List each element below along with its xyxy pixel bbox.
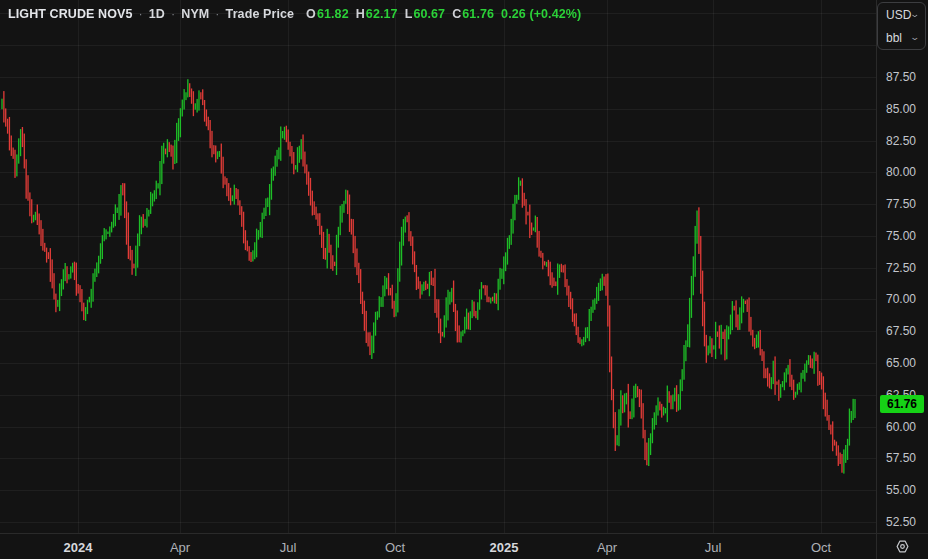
price-tick-label: 55.00 bbox=[886, 483, 916, 497]
settings-gear-icon bbox=[894, 538, 911, 555]
trading-chart-window: LIGHT CRUDE NOV5 · 1D · NYM · Trade Pric… bbox=[0, 0, 928, 559]
chevron-down-icon: ⌄ bbox=[910, 10, 921, 19]
low-value: 60.67 bbox=[413, 7, 445, 21]
price-tick-label: 67.50 bbox=[886, 324, 916, 338]
price-tick-label: 70.00 bbox=[886, 292, 916, 306]
close-label: C bbox=[452, 7, 461, 21]
unit-selector-box: USD ⌄ bbl ⌄ bbox=[877, 2, 926, 50]
price-tick-label: 52.50 bbox=[886, 515, 916, 529]
exchange-label: NYM bbox=[181, 7, 209, 21]
price-axis[interactable]: 61.76 87.5085.0082.5080.0077.5075.0072.5… bbox=[876, 0, 928, 533]
high-label: H bbox=[356, 7, 365, 21]
time-tick-label: 2024 bbox=[64, 539, 93, 554]
price-tick-label: 87.50 bbox=[886, 70, 916, 84]
unit-dropdown[interactable]: bbl ⌄ bbox=[878, 26, 925, 49]
high-value: 62.17 bbox=[366, 7, 398, 21]
last-price-badge: 61.76 bbox=[880, 395, 924, 413]
price-tick-label: 75.00 bbox=[886, 229, 916, 243]
price-chart-canvas[interactable] bbox=[0, 0, 876, 533]
price-tick-label: 82.50 bbox=[886, 134, 916, 148]
price-tick-label: 57.50 bbox=[886, 451, 916, 465]
low-label: L bbox=[405, 7, 413, 21]
symbol-title[interactable]: LIGHT CRUDE NOV5 bbox=[8, 7, 133, 21]
time-tick-label: Apr bbox=[170, 539, 190, 554]
price-tick-label: 77.50 bbox=[886, 197, 916, 211]
close-value: 61.76 bbox=[462, 7, 494, 21]
price-tick-label: 80.00 bbox=[886, 165, 916, 179]
time-tick-label: 2025 bbox=[490, 539, 519, 554]
chart-legend: LIGHT CRUDE NOV5 · 1D · NYM · Trade Pric… bbox=[8, 7, 581, 21]
price-scale-settings-button[interactable] bbox=[876, 533, 928, 559]
unit-value: bbl bbox=[886, 31, 902, 45]
time-axis[interactable]: 2024AprJulOct2025AprJulOct bbox=[0, 533, 876, 559]
currency-dropdown[interactable]: USD ⌄ bbox=[878, 3, 925, 26]
open-label: O bbox=[306, 7, 316, 21]
time-tick-label: Oct bbox=[385, 539, 405, 554]
time-tick-label: Oct bbox=[811, 539, 831, 554]
ohlc-readout: O61.82 H62.17 L60.67 C61.76 0.26 (+0.42%… bbox=[306, 7, 581, 21]
legend-separator: · bbox=[215, 7, 219, 21]
time-tick-label: Apr bbox=[597, 539, 617, 554]
open-value: 61.82 bbox=[317, 7, 349, 21]
chevron-down-icon: ⌄ bbox=[910, 33, 921, 42]
change-value: 0.26 (+0.42%) bbox=[501, 7, 581, 21]
price-tick-label: 60.00 bbox=[886, 420, 916, 434]
series-type-label: Trade Price bbox=[226, 7, 295, 21]
price-tick-label: 72.50 bbox=[886, 261, 916, 275]
legend-separator: · bbox=[139, 7, 143, 21]
legend-separator: · bbox=[171, 7, 175, 21]
currency-value: USD bbox=[886, 8, 911, 22]
price-tick-label: 65.00 bbox=[886, 356, 916, 370]
time-tick-label: Jul bbox=[280, 539, 297, 554]
time-tick-label: Jul bbox=[705, 539, 722, 554]
interval-label[interactable]: 1D bbox=[149, 7, 165, 21]
price-tick-label: 85.00 bbox=[886, 102, 916, 116]
